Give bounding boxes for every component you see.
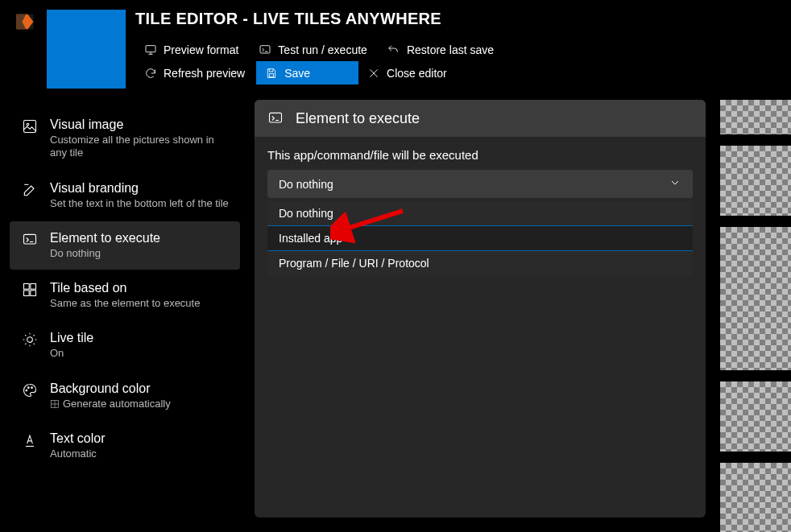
close-icon [367, 66, 380, 80]
dropdown-list: Do nothing Installed app Program / File … [267, 201, 693, 275]
sidebar-item-sub: Same as the element to execute [50, 297, 229, 310]
execute-icon [267, 109, 285, 127]
save-button[interactable]: Save [256, 61, 358, 85]
sidebar-item-visual-branding[interactable]: Visual branding Set the text in the bott… [10, 171, 240, 220]
sidebar-item-label: Visual image [50, 118, 229, 132]
sidebar-item-label: Tile based on [50, 281, 229, 295]
execute-icon [258, 43, 271, 56]
preview-format-button[interactable]: Preview format [135, 38, 250, 61]
save-label: Save [284, 67, 310, 80]
sidebar-item-visual-image[interactable]: Visual image Customize all the pictures … [10, 108, 240, 170]
toolbar: Preview format Test run / execute Restor… [135, 38, 586, 85]
sidebar-item-sub: Set the text in the bottom left of the t… [50, 197, 229, 210]
sidebar-item-label: Visual branding [50, 181, 229, 196]
tile-size-preview-xlarge[interactable] [720, 463, 791, 532]
tile-preview [47, 10, 126, 89]
tile-size-preview-medium[interactable] [720, 146, 791, 215]
window-title: TILE EDITOR - LIVE TILES ANYWHERE [135, 10, 791, 28]
close-label: Close editor [387, 67, 447, 80]
section-label: This app/command/file will be executed [267, 148, 693, 162]
grid-icon [50, 399, 60, 409]
sidebar-item-label: Element to execute [50, 231, 229, 245]
undo-icon [387, 43, 400, 56]
tile-size-preview-wide[interactable] [720, 227, 791, 371]
tile-size-previews [720, 100, 791, 532]
panel-title: Element to execute [296, 110, 420, 127]
preview-format-label: Preview format [164, 43, 238, 56]
sidebar-item-element-to-execute[interactable]: Element to execute Do nothing [10, 221, 240, 270]
sidebar-item-label: Background color [50, 381, 229, 396]
execute-icon [21, 231, 39, 249]
tile-size-preview-small[interactable] [720, 100, 791, 134]
image-icon [21, 118, 39, 135]
monitor-icon [143, 43, 157, 56]
sidebar-item-tile-based-on[interactable]: Tile based on Same as the element to exe… [10, 271, 240, 320]
execute-select[interactable]: Do nothing [267, 170, 693, 198]
test-run-button[interactable]: Test run / execute [250, 38, 379, 61]
sun-icon [21, 331, 39, 348]
refresh-label: Refresh preview [164, 67, 245, 80]
select-value: Do nothing [279, 178, 333, 191]
restore-label: Restore last save [407, 43, 494, 56]
main-panel: Element to execute This app/command/file… [255, 100, 706, 518]
sidebar-item-text-color[interactable]: Text color Automatic [10, 422, 240, 470]
test-run-label: Test run / execute [278, 43, 367, 56]
tile-icon [21, 281, 39, 299]
sidebar-item-label: Text color [50, 431, 229, 446]
sidebar-item-live-tile[interactable]: Live tile On [10, 321, 240, 369]
dropdown-option-installed-app[interactable]: Installed app [267, 225, 693, 251]
sidebar-item-sub: Do nothing [50, 247, 229, 260]
tile-size-preview-large[interactable] [720, 381, 791, 451]
sidebar-item-sub: Customize all the pictures shown in any … [50, 134, 229, 160]
app-icon [13, 10, 37, 34]
edit-icon [21, 181, 39, 199]
dropdown-option-do-nothing[interactable]: Do nothing [267, 201, 693, 225]
dropdown-option-program-file-uri[interactable]: Program / File / URI / Protocol [267, 251, 693, 275]
palette-icon [21, 381, 39, 399]
sidebar-item-sub: Automatic [50, 447, 229, 460]
sidebar-item-background-color[interactable]: Background color Generate automatically [10, 372, 240, 420]
sidebar-item-sub: Generate automatically [50, 398, 229, 410]
refresh-preview-button[interactable]: Refresh preview [135, 61, 256, 85]
restore-button[interactable]: Restore last save [379, 38, 505, 61]
panel-header: Element to execute [255, 100, 706, 137]
sidebar-item-label: Live tile [50, 331, 229, 345]
textcolor-icon [21, 431, 39, 449]
chevron-down-icon [669, 176, 681, 192]
close-editor-button[interactable]: Close editor [358, 61, 458, 85]
sidebar-item-sub: On [50, 347, 229, 360]
refresh-icon [143, 66, 157, 80]
save-icon [264, 66, 278, 80]
sidebar: Visual image Customize all the pictures … [6, 97, 243, 532]
